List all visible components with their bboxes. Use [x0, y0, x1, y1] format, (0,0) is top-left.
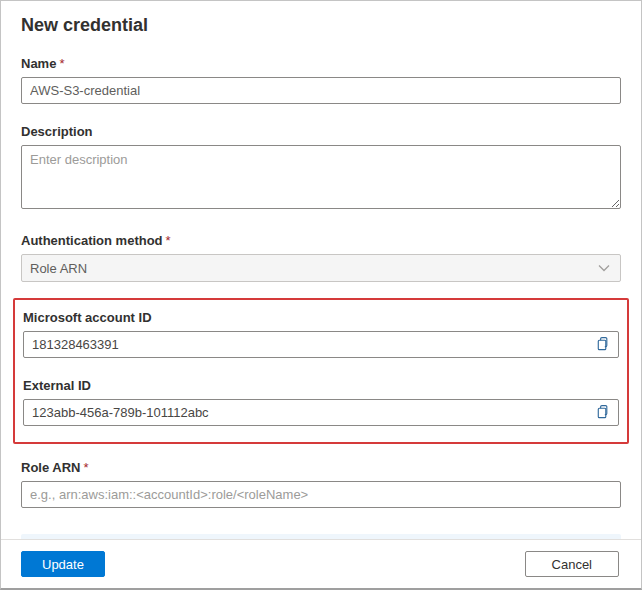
external-id-field-group: External ID [23, 378, 619, 426]
copy-icon [595, 404, 610, 422]
microsoft-account-id-input-wrapper [23, 331, 619, 358]
cancel-button[interactable]: Cancel [525, 551, 619, 577]
microsoft-account-id-label: Microsoft account ID [23, 310, 619, 325]
copy-button[interactable] [586, 332, 618, 357]
name-field-group: Name* [21, 56, 621, 104]
auth-method-field-group: Authentication method* Role ARN [21, 233, 621, 282]
description-field-group: Description [21, 124, 621, 213]
role-arn-input[interactable] [21, 481, 621, 508]
external-id-input[interactable] [24, 400, 586, 425]
chevron-down-icon [598, 264, 610, 272]
required-asterisk: * [59, 56, 64, 71]
description-label: Description [21, 124, 621, 139]
external-id-input-wrapper [23, 399, 619, 426]
page-title: New credential [21, 15, 621, 36]
update-button[interactable]: Update [21, 551, 105, 577]
role-arn-field-group: Role ARN* [21, 460, 621, 508]
panel-footer: Update Cancel [1, 539, 641, 588]
role-arn-label: Role ARN* [21, 460, 621, 475]
external-id-label: External ID [23, 378, 619, 393]
auth-method-selected-value: Role ARN [30, 261, 87, 276]
auth-method-select[interactable]: Role ARN [21, 254, 621, 282]
copy-button[interactable] [586, 400, 618, 425]
copy-icon [595, 336, 610, 354]
description-textarea[interactable] [21, 145, 621, 209]
required-asterisk: * [166, 233, 171, 248]
required-asterisk: * [83, 460, 88, 475]
microsoft-account-id-input[interactable] [24, 332, 586, 357]
panel-content: New credential Name* Description Authent… [1, 1, 641, 539]
microsoft-account-id-field-group: Microsoft account ID [23, 310, 619, 358]
name-label: Name* [21, 56, 621, 71]
name-input[interactable] [21, 77, 621, 104]
highlighted-section: Microsoft account ID External ID [13, 298, 629, 444]
auth-method-label: Authentication method* [21, 233, 621, 248]
new-credential-panel: New credential Name* Description Authent… [0, 0, 642, 590]
